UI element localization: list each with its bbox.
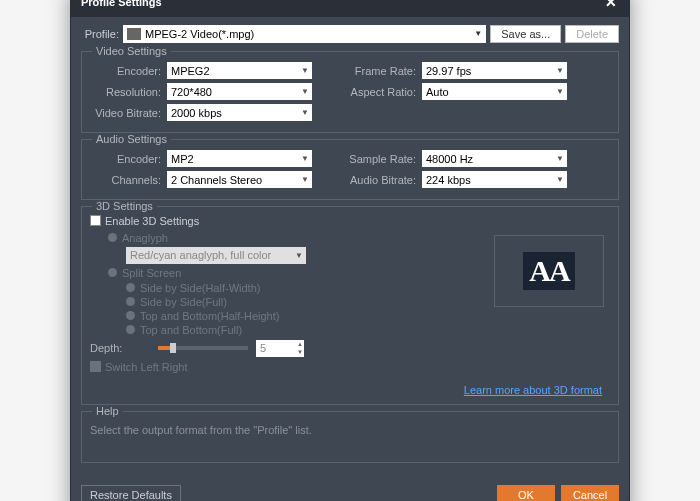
depth-spinner[interactable]: 5▲▼ (256, 340, 304, 357)
delete-button[interactable]: Delete (565, 25, 619, 43)
chevron-down-icon: ▼ (556, 154, 564, 163)
video-encoder-select[interactable]: MPEG2▼ (167, 62, 312, 79)
anaglyph-radio[interactable]: Anaglyph (108, 232, 484, 244)
sbs-full-radio[interactable]: Side by Side(Full) (108, 296, 484, 308)
spinner-icon: ▲▼ (297, 340, 303, 356)
chevron-down-icon: ▼ (301, 66, 309, 75)
chevron-down-icon: ▼ (556, 66, 564, 75)
channels-label: Channels: (82, 174, 167, 186)
chevron-down-icon: ▼ (301, 108, 309, 117)
enable-3d-checkbox[interactable]: Enable 3D Settings (90, 215, 610, 227)
video-settings-title: Video Settings (92, 45, 171, 57)
resolution-select[interactable]: 720*480▼ (167, 83, 312, 100)
radio-icon (126, 283, 135, 292)
chevron-down-icon: ▼ (301, 175, 309, 184)
radio-icon (126, 311, 135, 320)
audio-encoder-select[interactable]: MP2▼ (167, 150, 312, 167)
radio-icon (126, 297, 135, 306)
audio-encoder-label: Encoder: (82, 153, 167, 165)
resolution-label: Resolution: (82, 86, 167, 98)
tb-full-radio[interactable]: Top and Bottom(Full) (108, 324, 484, 336)
frame-rate-select[interactable]: 29.97 fps▼ (422, 62, 567, 79)
frame-rate-label: Frame Rate: (337, 65, 422, 77)
save-as-button[interactable]: Save as... (490, 25, 561, 43)
video-bitrate-label: Video Bitrate: (82, 107, 167, 119)
aspect-ratio-label: Aspect Ratio: (337, 86, 422, 98)
aspect-ratio-select[interactable]: Auto▼ (422, 83, 567, 100)
profile-settings-dialog: Profile Settings ✕ Profile: MPEG-2 Video… (70, 0, 630, 501)
split-screen-radio[interactable]: Split Screen (108, 267, 484, 279)
titlebar: Profile Settings ✕ (71, 0, 629, 17)
profile-select[interactable]: MPEG-2 Video(*.mpg) ▼ (123, 25, 486, 43)
file-type-icon (127, 28, 141, 40)
audio-settings-group: Audio Settings Encoder: MP2▼ Sample Rate… (81, 139, 619, 200)
checkbox-icon (90, 215, 101, 226)
profile-label: Profile: (81, 28, 119, 40)
sbs-half-radio[interactable]: Side by Side(Half-Width) (108, 282, 484, 294)
chevron-down-icon: ▼ (301, 154, 309, 163)
audio-settings-title: Audio Settings (92, 133, 171, 145)
radio-icon (108, 233, 117, 242)
chevron-down-icon: ▼ (556, 87, 564, 96)
3d-settings-title: 3D Settings (92, 200, 157, 212)
sample-rate-label: Sample Rate: (337, 153, 422, 165)
help-title: Help (92, 405, 123, 417)
audio-bitrate-label: Audio Bitrate: (337, 174, 422, 186)
audio-bitrate-select[interactable]: 224 kbps▼ (422, 171, 567, 188)
close-icon[interactable]: ✕ (603, 0, 619, 10)
depth-label: Depth: (90, 342, 150, 354)
cancel-button[interactable]: Cancel (561, 485, 619, 502)
learn-more-link[interactable]: Learn more about 3D format (464, 384, 602, 396)
tb-half-radio[interactable]: Top and Bottom(Half-Height) (108, 310, 484, 322)
ok-button[interactable]: OK (497, 485, 555, 502)
chevron-down-icon: ▼ (556, 175, 564, 184)
help-text: Select the output format from the "Profi… (82, 420, 610, 454)
chevron-down-icon: ▼ (474, 29, 482, 38)
help-group: Help Select the output format from the "… (81, 411, 619, 463)
3d-preview: AA (494, 235, 604, 307)
video-bitrate-select[interactable]: 2000 kbps▼ (167, 104, 312, 121)
checkbox-icon (90, 361, 101, 372)
switch-lr-checkbox[interactable]: Switch Left Right (90, 361, 484, 373)
chevron-down-icon: ▼ (301, 87, 309, 96)
radio-icon (126, 325, 135, 334)
sample-rate-select[interactable]: 48000 Hz▼ (422, 150, 567, 167)
radio-icon (108, 268, 117, 277)
restore-defaults-button[interactable]: Restore Defaults (81, 485, 181, 502)
depth-slider[interactable] (158, 346, 248, 350)
video-encoder-label: Encoder: (82, 65, 167, 77)
channels-select[interactable]: 2 Channels Stereo▼ (167, 171, 312, 188)
preview-text: AA (523, 252, 574, 290)
anaglyph-mode-select[interactable]: Red/cyan anaglyph, full color▼ (126, 247, 306, 264)
3d-settings-group: 3D Settings Enable 3D Settings Anaglyph … (81, 206, 619, 405)
chevron-down-icon: ▼ (295, 251, 303, 260)
dialog-title: Profile Settings (81, 0, 162, 8)
profile-value: MPEG-2 Video(*.mpg) (145, 28, 254, 40)
video-settings-group: Video Settings Encoder: MPEG2▼ Frame Rat… (81, 51, 619, 133)
